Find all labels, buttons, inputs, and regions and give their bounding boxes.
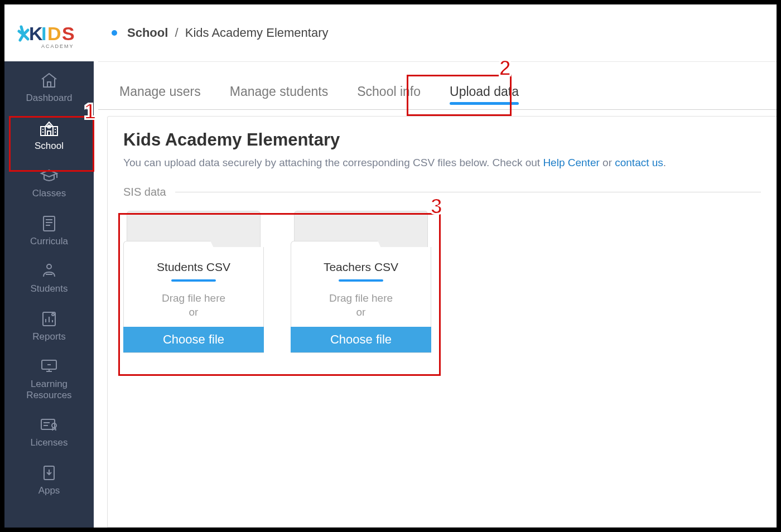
divider <box>175 192 761 192</box>
sidebar-item-label: School <box>7 141 91 152</box>
upload-card-body[interactable]: Teachers CSV Drag file here or Choose fi… <box>291 247 431 353</box>
monitor-icon <box>7 356 91 376</box>
page-description: You can upload data securely by attachin… <box>123 157 761 169</box>
home-icon <box>7 70 91 90</box>
breadcrumb-root[interactable]: School <box>127 26 168 40</box>
upload-cards-row: Students CSV Drag file here or Choose fi… <box>123 211 761 353</box>
choose-file-button[interactable]: Choose file <box>123 327 264 352</box>
help-center-link[interactable]: Help Center <box>543 157 599 168</box>
drag-hint: Drag file here or <box>131 292 257 319</box>
school-building-icon <box>7 118 91 138</box>
svg-rect-6 <box>44 216 55 231</box>
upload-card-body[interactable]: Students CSV Drag file here or Choose fi… <box>123 247 264 353</box>
sidebar-item-label: Apps <box>7 485 91 496</box>
breadcrumb: School / Kids Academy Elementary <box>127 26 329 40</box>
tab-manage-users[interactable]: Manage users <box>116 84 204 109</box>
tab-strip: Manage users Manage students School info… <box>98 70 777 110</box>
sidebar-item-label: Learning Resources <box>7 379 91 400</box>
sidebar-item-curricula[interactable]: Curricula <box>4 207 94 255</box>
upload-card-title: Students CSV <box>131 260 257 274</box>
graduation-cap-icon <box>7 166 91 186</box>
svg-text:S: S <box>62 23 75 44</box>
desc-text: or <box>600 157 615 168</box>
drag-hint: Drag file here or <box>298 292 424 319</box>
content-panel: Kids Academy Elementary You can upload d… <box>107 116 777 528</box>
sidebar-item-school[interactable]: School <box>4 112 94 159</box>
breadcrumb-bar: School / Kids Academy Elementary <box>98 4 777 62</box>
sidebar-item-dashboard[interactable]: Dashboard <box>4 64 94 112</box>
sidebar-item-label: Curricula <box>7 236 91 247</box>
reports-chart-icon <box>7 309 91 329</box>
book-icon <box>7 214 91 234</box>
upload-card-teachers: Teachers CSV Drag file here or Choose fi… <box>291 211 431 353</box>
svg-text:I: I <box>41 23 46 44</box>
sidebar-item-apps[interactable]: Apps <box>4 456 94 504</box>
breadcrumb-dot-icon <box>112 30 117 36</box>
tab-upload-data[interactable]: Upload data <box>446 84 522 109</box>
tab-manage-students[interactable]: Manage students <box>226 84 331 109</box>
desc-text: You can upload data securely by attachin… <box>123 157 543 168</box>
page-title: Kids Academy Elementary <box>123 130 761 150</box>
student-icon <box>7 261 91 281</box>
sidebar-item-label: Dashboard <box>7 93 91 104</box>
kids-academy-logo-svg: K I D S ACADEMY <box>16 13 83 52</box>
sidebar-item-licenses[interactable]: Licenses <box>4 408 94 456</box>
section-title-label: SIS data <box>123 186 166 199</box>
drag-hint-line: Drag file here <box>298 292 424 306</box>
svg-point-7 <box>47 264 51 269</box>
underline-accent <box>171 279 216 282</box>
svg-point-9 <box>52 313 54 316</box>
certificate-icon <box>7 415 91 435</box>
sidebar-item-label: Classes <box>7 188 91 199</box>
contact-us-link[interactable]: contact us <box>615 157 663 168</box>
tab-school-info[interactable]: School info <box>354 84 424 109</box>
sidebar-item-label: Students <box>7 283 91 294</box>
download-app-icon <box>7 463 91 483</box>
sidebar: Dashboard School Classes <box>4 61 94 528</box>
logo: K I D S ACADEMY <box>4 4 94 61</box>
sidebar-item-classes[interactable]: Classes <box>4 159 94 207</box>
breadcrumb-current[interactable]: Kids Academy Elementary <box>185 26 329 40</box>
sidebar-item-label: Licenses <box>7 437 91 448</box>
svg-text:ACADEMY: ACADEMY <box>41 43 74 49</box>
upload-card-students: Students CSV Drag file here or Choose fi… <box>123 211 264 353</box>
breadcrumb-separator: / <box>175 26 178 40</box>
app-frame: K I D S ACADEMY School / Kids Academy El… <box>0 0 781 532</box>
drag-hint-line: or <box>131 306 257 320</box>
sidebar-item-label: Reports <box>7 331 91 342</box>
sidebar-item-learning-resources[interactable]: Learning Resources <box>4 350 94 408</box>
choose-file-button[interactable]: Choose file <box>291 327 431 352</box>
svg-text:D: D <box>47 23 61 44</box>
sidebar-item-students[interactable]: Students <box>4 254 94 302</box>
underline-accent <box>339 279 383 282</box>
sidebar-item-reports[interactable]: Reports <box>4 302 94 350</box>
drag-hint-line: Drag file here <box>131 292 257 306</box>
desc-text: . <box>663 157 666 168</box>
upload-card-title: Teachers CSV <box>298 260 424 274</box>
drag-hint-line: or <box>298 306 424 320</box>
section-sis-data: SIS data <box>123 186 761 199</box>
